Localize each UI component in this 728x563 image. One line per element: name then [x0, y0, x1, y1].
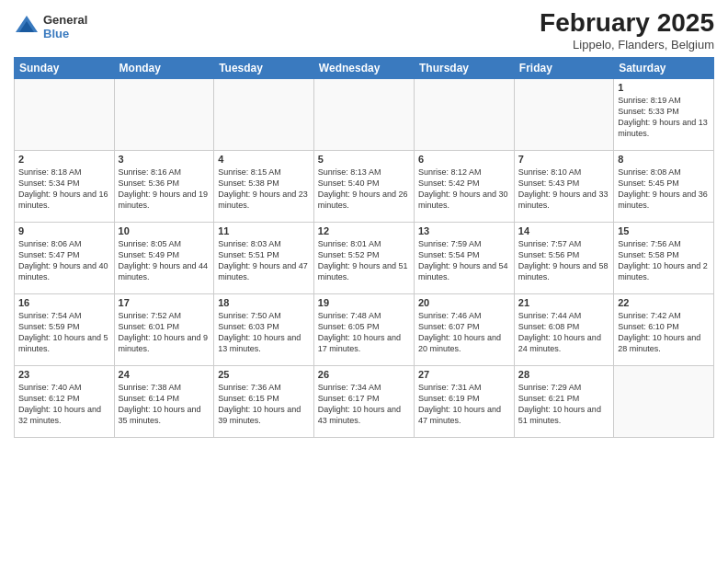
- day-number: 1: [618, 82, 710, 93]
- day-number: 5: [318, 154, 410, 165]
- logo-text: General Blue: [43, 13, 87, 40]
- logo: General Blue: [14, 13, 87, 40]
- calendar-cell: [114, 78, 214, 150]
- day-number: 10: [119, 225, 210, 236]
- day-number: 3: [119, 154, 210, 165]
- calendar-cell: [514, 78, 613, 150]
- calendar-cell: 12Sunrise: 8:01 AM Sunset: 5:52 PM Dayli…: [313, 222, 414, 293]
- day-number: 11: [218, 225, 310, 236]
- day-number: 22: [618, 297, 710, 308]
- day-info: Sunrise: 7:56 AM Sunset: 5:58 PM Dayligh…: [618, 238, 710, 283]
- day-number: 7: [518, 154, 609, 165]
- calendar-cell: 20Sunrise: 7:46 AM Sunset: 6:07 PM Dayli…: [415, 293, 515, 365]
- calendar-cell: 19Sunrise: 7:48 AM Sunset: 6:05 PM Dayli…: [313, 293, 414, 365]
- week-row-0: 1Sunrise: 8:19 AM Sunset: 5:33 PM Daylig…: [15, 78, 714, 150]
- calendar-cell: [15, 78, 115, 150]
- logo-icon: [14, 14, 40, 40]
- day-number: 8: [618, 154, 710, 165]
- day-info: Sunrise: 8:10 AM Sunset: 5:43 PM Dayligh…: [518, 167, 609, 212]
- day-info: Sunrise: 8:18 AM Sunset: 5:34 PM Dayligh…: [18, 167, 110, 212]
- calendar-cell: 8Sunrise: 8:08 AM Sunset: 5:45 PM Daylig…: [614, 150, 714, 222]
- day-info: Sunrise: 7:57 AM Sunset: 5:56 PM Dayligh…: [518, 238, 609, 283]
- calendar-cell: 14Sunrise: 7:57 AM Sunset: 5:56 PM Dayli…: [514, 222, 613, 293]
- day-number: 20: [418, 297, 510, 308]
- calendar-cell: 23Sunrise: 7:40 AM Sunset: 6:12 PM Dayli…: [15, 365, 115, 437]
- day-info: Sunrise: 7:54 AM Sunset: 5:59 PM Dayligh…: [18, 310, 110, 355]
- week-row-1: 2Sunrise: 8:18 AM Sunset: 5:34 PM Daylig…: [15, 150, 714, 222]
- day-info: Sunrise: 7:40 AM Sunset: 6:12 PM Dayligh…: [18, 382, 110, 427]
- calendar-cell: 1Sunrise: 8:19 AM Sunset: 5:33 PM Daylig…: [614, 78, 714, 150]
- calendar-cell: 18Sunrise: 7:50 AM Sunset: 6:03 PM Dayli…: [214, 293, 314, 365]
- day-info: Sunrise: 7:46 AM Sunset: 6:07 PM Dayligh…: [418, 310, 510, 355]
- calendar-cell: [614, 365, 714, 437]
- day-info: Sunrise: 7:38 AM Sunset: 6:14 PM Dayligh…: [119, 382, 210, 427]
- col-saturday: Saturday: [614, 57, 714, 78]
- day-info: Sunrise: 8:16 AM Sunset: 5:36 PM Dayligh…: [119, 167, 210, 212]
- col-tuesday: Tuesday: [214, 57, 314, 78]
- day-info: Sunrise: 7:44 AM Sunset: 6:08 PM Dayligh…: [518, 310, 609, 355]
- week-row-4: 23Sunrise: 7:40 AM Sunset: 6:12 PM Dayli…: [15, 365, 714, 437]
- day-info: Sunrise: 8:13 AM Sunset: 5:40 PM Dayligh…: [318, 167, 410, 212]
- day-info: Sunrise: 8:19 AM Sunset: 5:33 PM Dayligh…: [618, 95, 710, 140]
- day-info: Sunrise: 7:59 AM Sunset: 5:54 PM Dayligh…: [418, 238, 510, 283]
- day-number: 2: [18, 154, 110, 165]
- day-number: 4: [218, 154, 310, 165]
- day-number: 16: [18, 297, 110, 308]
- day-number: 19: [318, 297, 410, 308]
- calendar-cell: [415, 78, 515, 150]
- calendar-cell: 7Sunrise: 8:10 AM Sunset: 5:43 PM Daylig…: [514, 150, 613, 222]
- month-title: February 2025: [540, 9, 714, 38]
- day-number: 18: [218, 297, 310, 308]
- day-info: Sunrise: 8:05 AM Sunset: 5:49 PM Dayligh…: [119, 238, 210, 283]
- week-row-2: 9Sunrise: 8:06 AM Sunset: 5:47 PM Daylig…: [15, 222, 714, 293]
- day-info: Sunrise: 8:03 AM Sunset: 5:51 PM Dayligh…: [218, 238, 310, 283]
- day-number: 28: [518, 369, 609, 380]
- day-info: Sunrise: 7:50 AM Sunset: 6:03 PM Dayligh…: [218, 310, 310, 355]
- day-number: 27: [418, 369, 510, 380]
- logo-general: General: [43, 13, 87, 27]
- calendar-cell: 4Sunrise: 8:15 AM Sunset: 5:38 PM Daylig…: [214, 150, 314, 222]
- calendar-cell: 22Sunrise: 7:42 AM Sunset: 6:10 PM Dayli…: [614, 293, 714, 365]
- calendar-cell: 21Sunrise: 7:44 AM Sunset: 6:08 PM Dayli…: [514, 293, 613, 365]
- col-friday: Friday: [514, 57, 613, 78]
- day-info: Sunrise: 8:06 AM Sunset: 5:47 PM Dayligh…: [18, 238, 110, 283]
- calendar-cell: 16Sunrise: 7:54 AM Sunset: 5:59 PM Dayli…: [15, 293, 115, 365]
- col-wednesday: Wednesday: [313, 57, 414, 78]
- day-number: 21: [518, 297, 609, 308]
- logo-blue: Blue: [43, 27, 87, 40]
- calendar-cell: 5Sunrise: 8:13 AM Sunset: 5:40 PM Daylig…: [313, 150, 414, 222]
- day-number: 26: [318, 369, 410, 380]
- day-info: Sunrise: 7:48 AM Sunset: 6:05 PM Dayligh…: [318, 310, 410, 355]
- day-number: 24: [119, 369, 210, 380]
- day-number: 25: [218, 369, 310, 380]
- day-info: Sunrise: 7:36 AM Sunset: 6:15 PM Dayligh…: [218, 382, 310, 427]
- day-info: Sunrise: 7:31 AM Sunset: 6:19 PM Dayligh…: [418, 382, 510, 427]
- calendar-table: Sunday Monday Tuesday Wednesday Thursday…: [14, 57, 714, 438]
- day-info: Sunrise: 7:34 AM Sunset: 6:17 PM Dayligh…: [318, 382, 410, 427]
- day-info: Sunrise: 7:42 AM Sunset: 6:10 PM Dayligh…: [618, 310, 710, 355]
- day-number: 14: [518, 225, 609, 236]
- day-number: 23: [18, 369, 110, 380]
- header: General Blue February 2025 Lippelo, Flan…: [14, 9, 714, 52]
- col-thursday: Thursday: [415, 57, 515, 78]
- day-info: Sunrise: 8:15 AM Sunset: 5:38 PM Dayligh…: [218, 167, 310, 212]
- calendar-cell: 13Sunrise: 7:59 AM Sunset: 5:54 PM Dayli…: [415, 222, 515, 293]
- location: Lippelo, Flanders, Belgium: [540, 38, 714, 52]
- title-block: February 2025 Lippelo, Flanders, Belgium: [540, 9, 714, 52]
- calendar-cell: 11Sunrise: 8:03 AM Sunset: 5:51 PM Dayli…: [214, 222, 314, 293]
- calendar-header-row: Sunday Monday Tuesday Wednesday Thursday…: [15, 57, 714, 78]
- calendar-cell: 26Sunrise: 7:34 AM Sunset: 6:17 PM Dayli…: [313, 365, 414, 437]
- day-number: 13: [418, 225, 510, 236]
- day-number: 12: [318, 225, 410, 236]
- calendar-cell: 28Sunrise: 7:29 AM Sunset: 6:21 PM Dayli…: [514, 365, 613, 437]
- calendar-cell: [313, 78, 414, 150]
- day-number: 6: [418, 154, 510, 165]
- day-info: Sunrise: 8:12 AM Sunset: 5:42 PM Dayligh…: [418, 167, 510, 212]
- calendar-cell: 3Sunrise: 8:16 AM Sunset: 5:36 PM Daylig…: [114, 150, 214, 222]
- day-number: 9: [18, 225, 110, 236]
- day-info: Sunrise: 8:08 AM Sunset: 5:45 PM Dayligh…: [618, 167, 710, 212]
- col-monday: Monday: [114, 57, 214, 78]
- calendar-cell: 27Sunrise: 7:31 AM Sunset: 6:19 PM Dayli…: [415, 365, 515, 437]
- calendar-cell: 25Sunrise: 7:36 AM Sunset: 6:15 PM Dayli…: [214, 365, 314, 437]
- col-sunday: Sunday: [15, 57, 115, 78]
